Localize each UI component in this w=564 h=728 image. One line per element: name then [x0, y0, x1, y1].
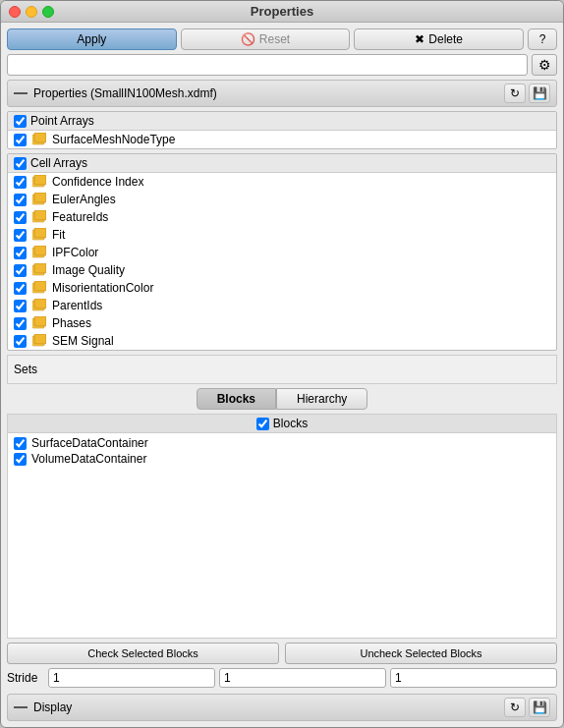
sets-label: Sets [14, 363, 37, 376]
list-item: EulerAngles [8, 191, 556, 208]
stride-row: Stride [7, 668, 557, 688]
cell-item-label: MisorientationColor [52, 281, 153, 295]
svg-rect-17 [34, 299, 46, 308]
reset-button[interactable]: 🚫 Reset [181, 28, 351, 50]
list-item: ParentIds [8, 297, 556, 314]
cube-icon [31, 192, 47, 207]
refresh-icon: ↻ [510, 86, 520, 100]
gear-button[interactable]: ⚙ [532, 54, 557, 76]
blocks-panel: Blocks SurfaceDataContainer VolumeDataCo… [7, 414, 557, 639]
delete-icon: ✖ [415, 32, 424, 46]
bottom-buttons: Check Selected Blocks Uncheck Selected B… [7, 643, 557, 664]
minimize-button[interactable] [26, 6, 37, 18]
cell-item-label: FeatureIds [52, 210, 108, 224]
window-title: Properties [251, 4, 313, 19]
display-collapse-icon [14, 706, 28, 708]
refresh-button[interactable]: ↻ [504, 84, 526, 103]
delete-button[interactable]: ✖ Delete [354, 28, 524, 50]
properties-actions: ↻ 💾 [504, 84, 550, 103]
title-bar: Properties [1, 1, 563, 23]
blocks-header: Blocks [8, 415, 556, 433]
stride-input-2[interactable] [219, 668, 386, 688]
display-save-button[interactable]: 💾 [529, 698, 550, 717]
cell-item-checkbox[interactable] [14, 317, 27, 330]
cell-item-checkbox[interactable] [14, 229, 27, 242]
cube-icon [31, 333, 47, 349]
apply-button[interactable]: Apply [7, 28, 177, 50]
search-row: ⚙ [7, 54, 557, 76]
point-arrays-header: Point Arrays [8, 112, 556, 131]
sets-section: Sets [7, 355, 557, 384]
cell-item-checkbox[interactable] [14, 194, 27, 206]
save-icon: 💾 [533, 86, 547, 100]
cell-item-label: EulerAngles [52, 193, 116, 206]
display-refresh-button[interactable]: ↻ [504, 698, 526, 717]
svg-rect-3 [34, 175, 46, 185]
display-refresh-icon: ↻ [510, 700, 520, 714]
check-selected-blocks-button[interactable]: Check Selected Blocks [7, 643, 279, 664]
cube-icon [31, 262, 47, 278]
block-item-checkbox[interactable] [14, 453, 27, 466]
surface-mesh-node-type-checkbox[interactable] [14, 134, 27, 146]
blocks-list: SurfaceDataContainer VolumeDataContainer [8, 433, 556, 469]
cube-icon [31, 315, 47, 331]
list-item: Phases [8, 314, 556, 332]
properties-window: Properties Apply 🚫 Reset ✖ Delete ? ⚙ [0, 0, 564, 728]
cube-icon [31, 245, 47, 260]
cell-item-checkbox[interactable] [14, 282, 27, 295]
tab-blocks[interactable]: Blocks [197, 388, 276, 410]
properties-label: Properties (SmallIN100Mesh.xdmf) [33, 86, 217, 100]
tab-hierarchy[interactable]: Hierarchy [276, 388, 367, 410]
cell-item-label: Phases [52, 316, 91, 330]
cube-icon [31, 280, 47, 296]
stride-input-1[interactable] [48, 668, 215, 688]
cell-arrays-header: Cell Arrays [8, 154, 556, 173]
cell-item-checkbox[interactable] [14, 247, 27, 259]
point-arrays-checkbox[interactable] [14, 115, 27, 128]
close-button[interactable] [9, 6, 21, 18]
svg-rect-19 [34, 316, 46, 326]
svg-rect-1 [34, 133, 46, 142]
collapse-icon [14, 92, 28, 94]
cell-item-checkbox[interactable] [14, 335, 27, 348]
cell-arrays-checkbox[interactable] [14, 157, 27, 170]
stride-input-3[interactable] [390, 668, 557, 688]
cell-item-label: SEM Signal [52, 334, 114, 348]
surface-mesh-node-type-label: SurfaceMeshNodeType [52, 133, 175, 146]
svg-rect-11 [34, 246, 46, 255]
node-icon [31, 132, 47, 147]
cell-arrays-list: Confidence Index EulerAngles FeatureIds [8, 173, 556, 350]
maximize-button[interactable] [42, 6, 54, 18]
list-item: IPFColor [8, 244, 556, 261]
list-item: Confidence Index [8, 173, 556, 191]
block-item-checkbox[interactable] [14, 437, 27, 450]
block-item-label: SurfaceDataContainer [31, 436, 148, 450]
block-item-label: VolumeDataContainer [31, 452, 146, 466]
save-button[interactable]: 💾 [529, 84, 550, 103]
stride-label: Stride [7, 671, 44, 685]
list-item: VolumeDataContainer [8, 451, 556, 467]
cell-item-label: Fit [52, 228, 65, 242]
cell-item-checkbox[interactable] [14, 264, 27, 277]
content-area: Apply 🚫 Reset ✖ Delete ? ⚙ Properties (S… [1, 23, 563, 727]
cube-icon [31, 227, 47, 243]
toolbar: Apply 🚫 Reset ✖ Delete ? [7, 28, 557, 50]
cell-item-checkbox[interactable] [14, 176, 27, 189]
properties-header: Properties (SmallIN100Mesh.xdmf) ↻ 💾 [7, 80, 557, 107]
window-controls [9, 6, 54, 18]
list-item: SurfaceDataContainer [8, 435, 556, 451]
list-item: Image Quality [8, 261, 556, 279]
cell-item-checkbox[interactable] [14, 300, 27, 312]
uncheck-selected-blocks-button[interactable]: Uncheck Selected Blocks [285, 643, 557, 664]
cell-item-label: Confidence Index [52, 175, 143, 189]
svg-rect-7 [34, 210, 46, 220]
svg-rect-15 [34, 281, 46, 291]
reset-icon: 🚫 [241, 32, 255, 46]
blocks-all-checkbox[interactable] [256, 418, 269, 430]
help-button[interactable]: ? [528, 28, 557, 50]
display-actions: ↻ 💾 [504, 698, 550, 717]
cell-item-checkbox[interactable] [14, 211, 27, 224]
search-input[interactable] [7, 54, 528, 76]
display-save-icon: 💾 [533, 700, 547, 714]
cell-item-label: ParentIds [52, 299, 102, 312]
